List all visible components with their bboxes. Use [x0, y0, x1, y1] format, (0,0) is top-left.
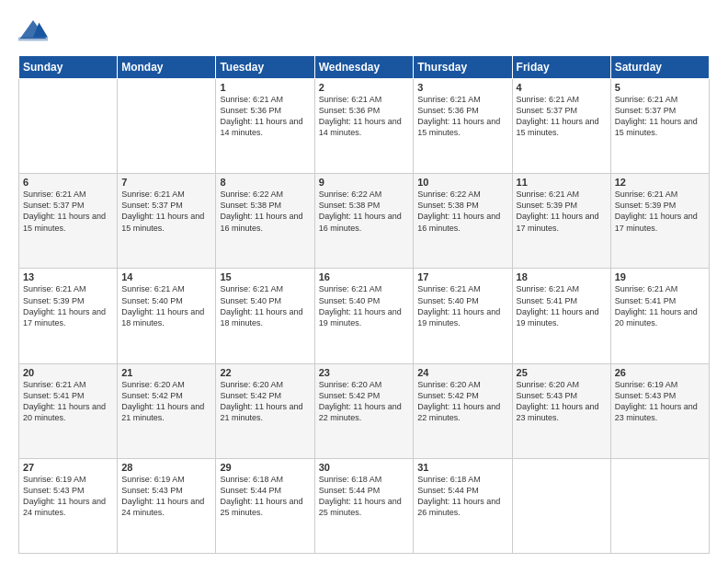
day-info: Sunrise: 6:19 AMSunset: 5:43 PMDaylight:…	[121, 474, 211, 519]
svg-rect-3	[18, 37, 48, 40]
day-number: 2	[319, 82, 410, 93]
day-cell: 17Sunrise: 6:21 AMSunset: 5:40 PMDayligh…	[414, 269, 512, 363]
day-cell: 2Sunrise: 6:21 AMSunset: 5:36 PMDaylight…	[314, 79, 414, 174]
week-row: 6Sunrise: 6:21 AMSunset: 5:37 PMDaylight…	[19, 174, 710, 269]
day-cell: 26Sunrise: 6:19 AMSunset: 5:43 PMDayligh…	[610, 363, 709, 458]
day-cell: 5Sunrise: 6:21 AMSunset: 5:37 PMDaylight…	[610, 79, 709, 174]
day-number: 11	[517, 177, 607, 188]
day-info: Sunrise: 6:19 AMSunset: 5:43 PMDaylight:…	[615, 379, 705, 424]
day-info: Sunrise: 6:22 AMSunset: 5:38 PMDaylight:…	[417, 189, 507, 234]
day-info: Sunrise: 6:20 AMSunset: 5:43 PMDaylight:…	[517, 379, 607, 424]
day-info: Sunrise: 6:22 AMSunset: 5:38 PMDaylight:…	[319, 189, 410, 234]
day-number: 17	[417, 271, 507, 282]
day-cell: 7Sunrise: 6:21 AMSunset: 5:37 PMDaylight…	[118, 174, 216, 269]
day-cell: 16Sunrise: 6:21 AMSunset: 5:40 PMDayligh…	[314, 269, 414, 363]
day-cell: 3Sunrise: 6:21 AMSunset: 5:36 PMDaylight…	[414, 79, 512, 174]
calendar: SundayMondayTuesdayWednesdayThursdayFrid…	[18, 55, 710, 554]
logo	[18, 17, 51, 46]
day-number: 21	[121, 367, 211, 378]
day-cell: 14Sunrise: 6:21 AMSunset: 5:40 PMDayligh…	[118, 269, 216, 363]
day-number: 30	[319, 462, 410, 473]
day-cell: 31Sunrise: 6:18 AMSunset: 5:44 PMDayligh…	[414, 458, 512, 553]
day-info: Sunrise: 6:22 AMSunset: 5:38 PMDaylight:…	[220, 189, 310, 234]
day-info: Sunrise: 6:18 AMSunset: 5:44 PMDaylight:…	[319, 474, 410, 519]
column-header-monday: Monday	[118, 56, 216, 79]
day-number: 10	[417, 177, 507, 188]
day-cell: 9Sunrise: 6:22 AMSunset: 5:38 PMDaylight…	[314, 174, 414, 269]
week-row: 27Sunrise: 6:19 AMSunset: 5:43 PMDayligh…	[19, 458, 710, 553]
page: SundayMondayTuesdayWednesdayThursdayFrid…	[0, 0, 728, 563]
day-info: Sunrise: 6:21 AMSunset: 5:41 PMDaylight:…	[517, 283, 607, 328]
day-cell	[610, 458, 709, 553]
header-row: SundayMondayTuesdayWednesdayThursdayFrid…	[19, 56, 710, 79]
day-info: Sunrise: 6:20 AMSunset: 5:42 PMDaylight:…	[121, 379, 211, 424]
day-info: Sunrise: 6:20 AMSunset: 5:42 PMDaylight:…	[417, 379, 507, 424]
day-number: 23	[319, 367, 410, 378]
day-cell: 11Sunrise: 6:21 AMSunset: 5:39 PMDayligh…	[512, 174, 610, 269]
day-info: Sunrise: 6:21 AMSunset: 5:37 PMDaylight:…	[615, 94, 705, 139]
day-cell: 21Sunrise: 6:20 AMSunset: 5:42 PMDayligh…	[118, 363, 216, 458]
day-number: 5	[615, 82, 705, 93]
day-info: Sunrise: 6:21 AMSunset: 5:36 PMDaylight:…	[417, 94, 507, 139]
day-cell: 6Sunrise: 6:21 AMSunset: 5:37 PMDaylight…	[19, 174, 118, 269]
day-info: Sunrise: 6:18 AMSunset: 5:44 PMDaylight:…	[220, 474, 310, 519]
day-info: Sunrise: 6:20 AMSunset: 5:42 PMDaylight:…	[319, 379, 410, 424]
day-number: 13	[23, 271, 113, 282]
day-info: Sunrise: 6:21 AMSunset: 5:37 PMDaylight:…	[23, 189, 113, 234]
day-cell	[118, 79, 216, 174]
day-cell: 29Sunrise: 6:18 AMSunset: 5:44 PMDayligh…	[216, 458, 314, 553]
column-header-wednesday: Wednesday	[314, 56, 414, 79]
day-number: 24	[417, 367, 507, 378]
day-cell: 23Sunrise: 6:20 AMSunset: 5:42 PMDayligh…	[314, 363, 414, 458]
week-row: 13Sunrise: 6:21 AMSunset: 5:39 PMDayligh…	[19, 269, 710, 363]
week-row: 1Sunrise: 6:21 AMSunset: 5:36 PMDaylight…	[19, 79, 710, 174]
day-number: 3	[417, 82, 507, 93]
day-number: 8	[220, 177, 310, 188]
day-cell: 20Sunrise: 6:21 AMSunset: 5:41 PMDayligh…	[19, 363, 118, 458]
day-number: 20	[23, 367, 113, 378]
day-number: 31	[417, 462, 507, 473]
day-cell	[19, 79, 118, 174]
day-number: 29	[220, 462, 310, 473]
day-number: 6	[23, 177, 113, 188]
day-cell: 24Sunrise: 6:20 AMSunset: 5:42 PMDayligh…	[414, 363, 512, 458]
day-number: 28	[121, 462, 211, 473]
header	[18, 17, 710, 46]
day-number: 22	[220, 367, 310, 378]
day-cell: 1Sunrise: 6:21 AMSunset: 5:36 PMDaylight…	[216, 79, 314, 174]
day-number: 1	[220, 82, 310, 93]
day-number: 12	[615, 177, 705, 188]
day-info: Sunrise: 6:21 AMSunset: 5:36 PMDaylight:…	[220, 94, 310, 139]
day-cell: 18Sunrise: 6:21 AMSunset: 5:41 PMDayligh…	[512, 269, 610, 363]
column-header-saturday: Saturday	[610, 56, 709, 79]
column-header-tuesday: Tuesday	[216, 56, 314, 79]
day-cell: 28Sunrise: 6:19 AMSunset: 5:43 PMDayligh…	[118, 458, 216, 553]
day-number: 18	[517, 271, 607, 282]
day-cell: 8Sunrise: 6:22 AMSunset: 5:38 PMDaylight…	[216, 174, 314, 269]
day-info: Sunrise: 6:21 AMSunset: 5:39 PMDaylight:…	[23, 283, 113, 328]
day-cell: 25Sunrise: 6:20 AMSunset: 5:43 PMDayligh…	[512, 363, 610, 458]
day-info: Sunrise: 6:21 AMSunset: 5:39 PMDaylight:…	[517, 189, 607, 234]
day-number: 25	[517, 367, 607, 378]
column-header-friday: Friday	[512, 56, 610, 79]
day-info: Sunrise: 6:21 AMSunset: 5:37 PMDaylight:…	[517, 94, 607, 139]
day-info: Sunrise: 6:21 AMSunset: 5:40 PMDaylight:…	[417, 283, 507, 328]
day-info: Sunrise: 6:21 AMSunset: 5:40 PMDaylight:…	[121, 283, 211, 328]
day-number: 15	[220, 271, 310, 282]
day-number: 14	[121, 271, 211, 282]
day-info: Sunrise: 6:21 AMSunset: 5:39 PMDaylight:…	[615, 189, 705, 234]
day-info: Sunrise: 6:19 AMSunset: 5:43 PMDaylight:…	[23, 474, 113, 519]
day-info: Sunrise: 6:21 AMSunset: 5:36 PMDaylight:…	[319, 94, 410, 139]
day-cell: 15Sunrise: 6:21 AMSunset: 5:40 PMDayligh…	[216, 269, 314, 363]
column-header-sunday: Sunday	[19, 56, 118, 79]
week-row: 20Sunrise: 6:21 AMSunset: 5:41 PMDayligh…	[19, 363, 710, 458]
day-cell: 13Sunrise: 6:21 AMSunset: 5:39 PMDayligh…	[19, 269, 118, 363]
day-info: Sunrise: 6:20 AMSunset: 5:42 PMDaylight:…	[220, 379, 310, 424]
column-header-thursday: Thursday	[414, 56, 512, 79]
day-info: Sunrise: 6:21 AMSunset: 5:40 PMDaylight:…	[319, 283, 410, 328]
day-cell: 4Sunrise: 6:21 AMSunset: 5:37 PMDaylight…	[512, 79, 610, 174]
day-cell	[512, 458, 610, 553]
day-info: Sunrise: 6:21 AMSunset: 5:41 PMDaylight:…	[23, 379, 113, 424]
day-number: 4	[517, 82, 607, 93]
day-cell: 10Sunrise: 6:22 AMSunset: 5:38 PMDayligh…	[414, 174, 512, 269]
